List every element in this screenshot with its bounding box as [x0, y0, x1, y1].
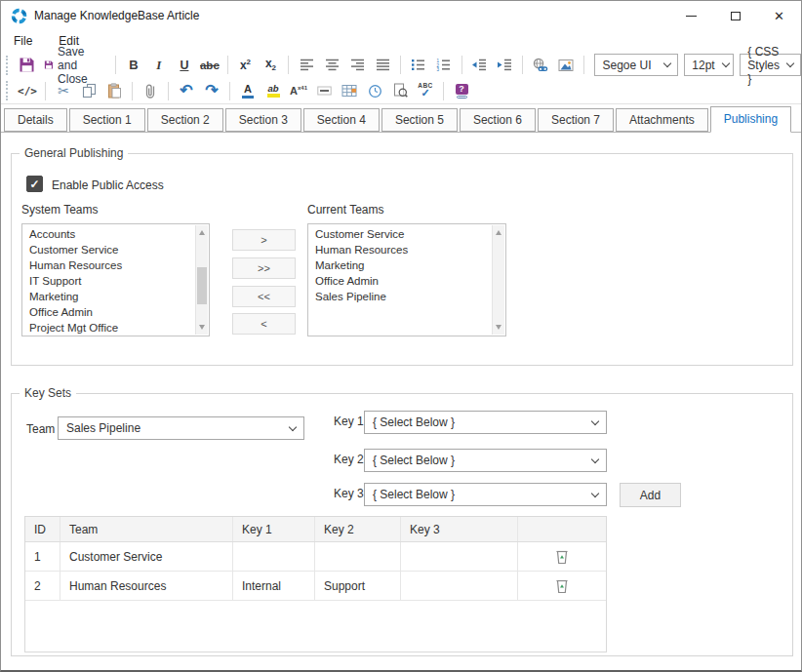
tab-section-5[interactable]: Section 5 — [381, 108, 458, 132]
minimize-button[interactable] — [669, 1, 713, 30]
italic-icon: I — [156, 58, 161, 73]
paste-icon — [107, 83, 122, 99]
link-help-button[interactable]: ? — [450, 80, 473, 102]
source-code-button[interactable]: </> — [16, 80, 39, 102]
system-teams-label: System Teams — [21, 203, 98, 217]
spellcheck-button[interactable]: ABC ✓ — [414, 80, 437, 102]
tab-details[interactable]: Details — [4, 108, 67, 132]
close-button[interactable]: ✕ — [757, 1, 801, 30]
tab-section-1[interactable]: Section 1 — [69, 108, 145, 132]
tab-section-6[interactable]: Section 6 — [460, 108, 536, 132]
save-and-close-button[interactable]: Save and Close — [40, 54, 109, 76]
menubar: File Edit — [1, 30, 801, 52]
bullet-list-button[interactable] — [407, 54, 430, 76]
current-teams-listbox[interactable]: Customer Service Human Resources Marketi… — [307, 223, 506, 336]
system-teams-scrollbar[interactable] — [195, 225, 208, 335]
css-styles-select[interactable]: { CSS Styles } — [740, 54, 801, 76]
copy-icon — [82, 83, 97, 99]
move-all-right-button[interactable]: >> — [232, 257, 296, 279]
bold-button[interactable]: B — [122, 54, 145, 76]
align-left-button[interactable] — [295, 54, 318, 76]
indent-button[interactable] — [493, 54, 516, 76]
toolbar-gripper[interactable] — [6, 56, 9, 75]
move-left-button[interactable]: < — [232, 313, 296, 335]
current-teams-label: Current Teams — [307, 203, 383, 217]
highlight-color-button[interactable]: ab — [261, 80, 285, 102]
tab-attachments[interactable]: Attachments — [616, 108, 708, 132]
cell-team: Human Resources — [60, 572, 233, 600]
system-teams-listbox[interactable]: Accounts Customer Service Human Resource… — [21, 223, 210, 336]
maximize-button[interactable] — [713, 1, 757, 30]
insert-table-button[interactable] — [338, 80, 361, 102]
list-item[interactable]: Accounts — [22, 226, 193, 242]
strikethrough-button[interactable]: abc — [198, 54, 221, 76]
list-item[interactable]: Marketing — [22, 289, 193, 304]
cut-button[interactable]: ✂ — [52, 80, 75, 102]
list-item[interactable]: Office Admin — [308, 273, 490, 289]
justify-button[interactable] — [371, 54, 394, 76]
align-center-button[interactable] — [320, 54, 343, 76]
maximize-icon — [731, 12, 741, 20]
subscript-icon: x2 — [265, 57, 276, 72]
current-teams-scrollbar[interactable] — [492, 225, 504, 335]
delete-row-button[interactable] — [555, 549, 569, 565]
list-item[interactable]: Human Resources — [22, 257, 193, 273]
list-item[interactable]: Office Admin — [22, 304, 193, 320]
move-right-button[interactable]: > — [232, 229, 296, 251]
tab-section-4[interactable]: Section 4 — [303, 108, 380, 132]
list-item[interactable]: Customer Service — [22, 242, 193, 257]
key1-select-value: { Select Below } — [373, 415, 455, 429]
delete-row-button[interactable] — [555, 578, 569, 594]
font-color-icon: A — [242, 84, 254, 99]
font-color-button[interactable]: A — [236, 80, 260, 102]
add-key-set-button[interactable]: Add — [620, 483, 681, 507]
special-characters-button[interactable]: Ax41 — [287, 80, 310, 102]
enable-public-access-checkbox[interactable]: ✓ — [26, 176, 43, 192]
list-item[interactable]: Sales Pipeline — [308, 289, 490, 304]
undo-icon: ↶ — [180, 83, 192, 99]
outdent-button[interactable] — [467, 54, 491, 76]
font-family-select[interactable]: Segoe UI — [594, 54, 678, 76]
tab-section-3[interactable]: Section 3 — [225, 108, 301, 132]
key1-select[interactable]: { Select Below } — [364, 411, 607, 434]
superscript-button[interactable]: x2 — [233, 54, 257, 76]
list-item[interactable]: Customer Service — [308, 226, 490, 242]
italic-button[interactable]: I — [147, 54, 171, 76]
general-publishing-group: General Publishing ✓ Enable Public Acces… — [11, 153, 793, 366]
team-select[interactable]: Sales Pipeline — [58, 416, 304, 440]
save-button[interactable] — [15, 54, 38, 76]
undo-button[interactable]: ↶ — [175, 80, 198, 102]
move-all-left-button[interactable]: << — [232, 286, 296, 307]
insert-image-button[interactable] — [554, 54, 578, 76]
toolbar-gripper[interactable] — [6, 81, 10, 100]
checkmark-icon: ✓ — [29, 178, 39, 190]
insert-link-button[interactable] — [529, 54, 552, 76]
copy-button[interactable] — [77, 80, 100, 102]
subscript-button[interactable]: x2 — [259, 54, 282, 76]
scrollbar-thumb[interactable] — [197, 267, 207, 304]
paste-button[interactable] — [102, 80, 126, 102]
tab-section-7[interactable]: Section 7 — [538, 108, 614, 132]
numbered-list-button[interactable]: 123 — [432, 54, 456, 76]
list-item[interactable]: Project Mgt Office — [22, 320, 193, 336]
redo-button[interactable]: ↷ — [200, 80, 223, 102]
list-item[interactable]: Human Resources — [308, 242, 490, 257]
key2-select[interactable]: { Select Below } — [364, 449, 607, 472]
link-help-icon: ? — [456, 84, 468, 99]
list-item[interactable]: Marketing — [308, 257, 490, 273]
align-right-button[interactable] — [345, 54, 369, 76]
preview-button[interactable] — [388, 80, 412, 102]
underline-button[interactable]: U — [173, 54, 196, 76]
tab-section-2[interactable]: Section 2 — [147, 108, 223, 132]
key3-select-value: { Select Below } — [373, 488, 455, 501]
attach-file-button[interactable] — [139, 80, 162, 102]
tab-publishing[interactable]: Publishing — [710, 106, 791, 133]
menu-file[interactable]: File — [14, 34, 32, 48]
key3-select[interactable]: { Select Below } — [364, 483, 607, 506]
list-item[interactable]: IT Support — [22, 273, 193, 289]
horizontal-rule-button[interactable] — [312, 80, 336, 102]
font-size-select[interactable]: 12pt — [684, 54, 734, 76]
chevron-down-icon — [289, 422, 297, 430]
separator — [400, 56, 401, 74]
insert-time-button[interactable] — [363, 80, 386, 102]
